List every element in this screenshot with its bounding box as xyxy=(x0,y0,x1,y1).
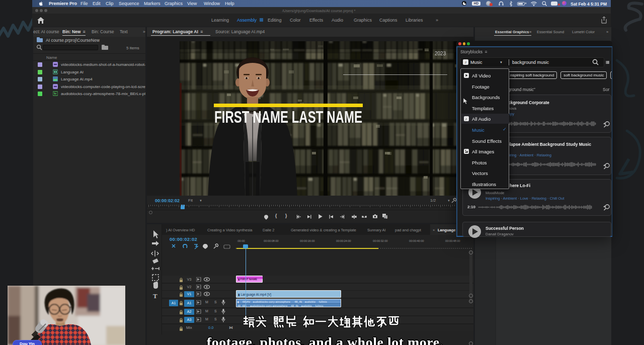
svg-text:FIRST NAME LAST NAME: FIRST NAME LAST NAME xyxy=(214,107,362,126)
svg-text:♪: ♪ xyxy=(465,117,467,121)
svg-text:2023: 2023 xyxy=(435,51,446,56)
svg-text:3: 3 xyxy=(386,217,387,219)
svg-text:T: T xyxy=(153,292,157,300)
